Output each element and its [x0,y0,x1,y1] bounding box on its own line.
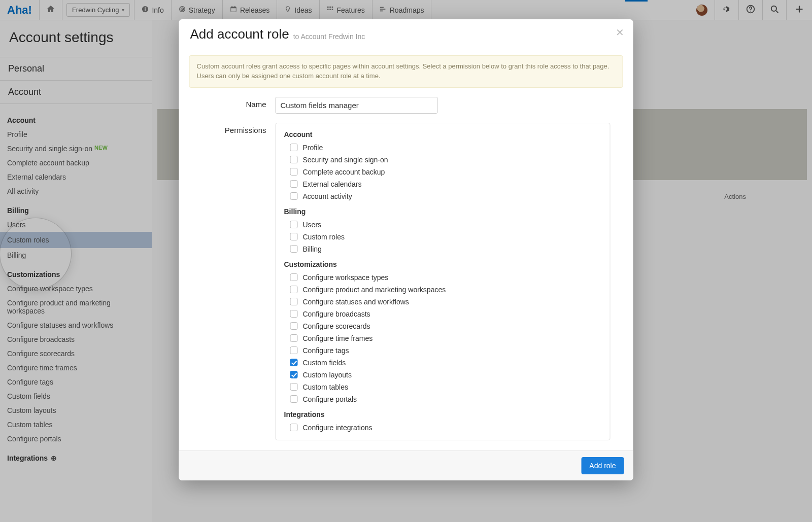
permission-label: Custom fields [303,359,346,367]
permission-label: Users [303,221,322,229]
permission-group-title: Account [284,130,602,138]
permission-label: Profile [303,144,323,152]
checkbox[interactable] [290,273,298,281]
permission-item[interactable]: Custom fields [284,357,602,369]
permission-label: Custom roles [303,233,345,241]
checkbox[interactable] [290,359,298,366]
permission-label: Configure scorecards [303,322,370,330]
checkbox[interactable] [290,168,298,176]
permission-item[interactable]: Configure workspace types [284,271,602,284]
permission-label: Configure product and marketing workspac… [303,286,446,294]
checkbox[interactable] [290,334,298,342]
permission-label: Configure workspace types [303,273,389,282]
checkbox[interactable] [290,424,298,431]
permissions-panel: AccountProfileSecurity and single sign-o… [276,123,611,440]
modal-title: Add account role [190,26,289,42]
permission-group-title: Customizations [284,260,602,268]
permission-item[interactable]: Complete account backup [284,166,602,178]
permission-group-title: Integrations [284,410,602,419]
permission-label: Configure statuses and workflows [303,298,409,306]
permission-item[interactable]: Account activity [284,190,602,202]
permission-item[interactable]: External calendars [284,178,602,190]
permission-item[interactable]: Users [284,219,602,231]
permission-item[interactable]: Configure statuses and workflows [284,296,602,308]
permission-item[interactable]: Custom tables [284,381,602,393]
checkbox[interactable] [290,395,298,403]
permission-label: Account activity [303,192,352,200]
checkbox[interactable] [290,180,298,188]
add-role-button[interactable]: Add role [581,457,624,474]
checkbox[interactable] [290,221,298,228]
checkbox[interactable] [290,286,298,293]
permission-label: Billing [303,245,322,253]
permission-item[interactable]: Custom layouts [284,369,602,381]
permission-item[interactable]: Security and single sign-on [284,154,602,166]
permission-label: Configure tags [303,346,349,355]
permission-label: External calendars [303,180,362,188]
permission-item[interactable]: Configure integrations [284,422,602,434]
checkbox[interactable] [290,383,298,391]
modal-subtitle: to Account Fredwin Inc [293,32,365,42]
add-role-modal: Add account role to Account Fredwin Inc … [179,19,633,480]
permissions-label: Permissions [189,123,276,440]
permission-item[interactable]: Configure product and marketing workspac… [284,284,602,296]
checkbox[interactable] [290,346,298,354]
permission-item[interactable]: Configure tags [284,344,602,357]
info-callout: Custom account roles grant access to spe… [189,55,623,88]
close-icon[interactable]: ✕ [616,26,624,39]
permission-label: Custom tables [303,383,348,391]
role-name-input[interactable] [276,97,438,114]
permission-label: Security and single sign-on [303,156,388,164]
permission-item[interactable]: Configure broadcasts [284,308,602,320]
permission-label: Configure broadcasts [303,310,370,318]
permission-item[interactable]: Custom roles [284,231,602,243]
checkbox[interactable] [290,371,298,378]
permission-label: Complete account backup [303,168,385,176]
checkbox[interactable] [290,233,298,240]
permission-item[interactable]: Billing [284,243,602,255]
checkbox[interactable] [290,322,298,330]
permission-label: Configure integrations [303,424,373,432]
permission-item[interactable]: Configure time frames [284,332,602,344]
permission-item[interactable]: Configure portals [284,393,602,405]
permission-label: Configure portals [303,395,357,403]
checkbox[interactable] [290,298,298,305]
name-label: Name [189,97,276,114]
checkbox[interactable] [290,245,298,253]
permission-label: Configure time frames [303,334,373,342]
permission-group-title: Billing [284,207,602,216]
permission-item[interactable]: Configure scorecards [284,320,602,332]
checkbox[interactable] [290,144,298,151]
checkbox[interactable] [290,192,298,200]
checkbox[interactable] [290,156,298,163]
permission-item[interactable]: Profile [284,142,602,154]
permission-label: Custom layouts [303,371,352,379]
checkbox[interactable] [290,310,298,318]
